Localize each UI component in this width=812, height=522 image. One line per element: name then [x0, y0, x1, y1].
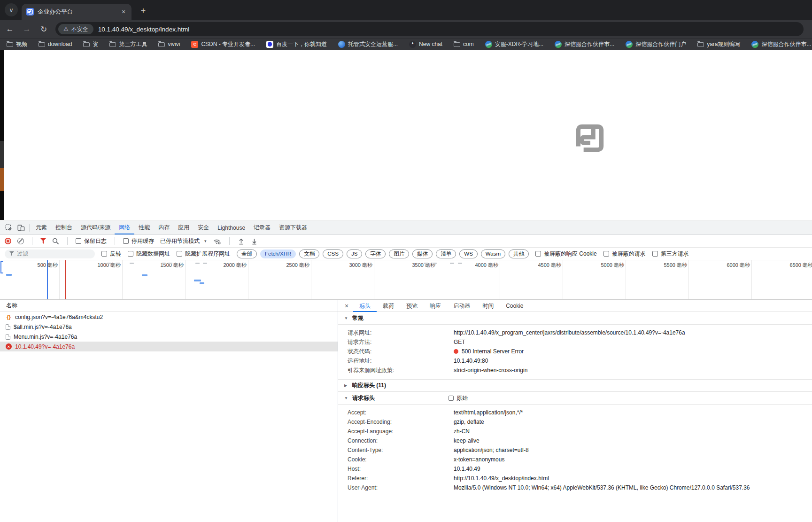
details-tab-标头[interactable]: 标头	[353, 300, 377, 312]
hide-extension-urls-checkbox[interactable]: 隐藏扩展程序网址	[177, 250, 230, 258]
request-row[interactable]: $all.min.js?v=-4a1e76a	[0, 322, 338, 332]
type-filter-pill[interactable]: Wasm	[481, 249, 505, 258]
devtools-tab-资源下载器[interactable]: 资源下载器	[275, 221, 311, 234]
bookmark-item[interactable]: 视频	[7, 40, 27, 48]
type-filter-pill[interactable]: 文档	[299, 249, 319, 258]
filter-input[interactable]: 过滤	[5, 249, 95, 258]
bookmark-item[interactable]: vivivi	[158, 41, 180, 47]
network-overview-timeline[interactable]: 500 毫秒1000 毫秒1500 毫秒2000 毫秒2500 毫秒3000 毫…	[0, 260, 812, 300]
reload-button[interactable]: ↻	[37, 22, 51, 36]
invert-checkbox[interactable]: 反转	[101, 250, 121, 258]
devtools-tab-Lighthouse[interactable]: Lighthouse	[213, 221, 249, 234]
request-table-header[interactable]: 名称	[0, 300, 338, 312]
type-filter-pill[interactable]: 媒体	[412, 249, 433, 258]
type-filter-pill[interactable]: 字体	[365, 249, 386, 258]
security-chip[interactable]: ⚠ 不安全	[58, 24, 93, 34]
folder-icon	[697, 42, 704, 47]
checkbox[interactable]	[123, 238, 129, 244]
details-tab-Cookie[interactable]: Cookie	[500, 300, 529, 312]
url-text[interactable]: 10.1.40.49/x_desktop/index.html	[98, 26, 189, 33]
blocked-cookies-checkbox[interactable]: 被屏蔽的响应 Cookie	[535, 250, 597, 258]
bookmark-item[interactable]: 深信服合作伙伴市...	[751, 40, 811, 48]
type-filter-pill[interactable]: JS	[347, 249, 362, 258]
details-tab-启动器[interactable]: 启动器	[447, 300, 476, 312]
type-filter-pill[interactable]: Fetch/XHR	[260, 249, 296, 258]
disable-cache-checkbox[interactable]: 停用缓存	[123, 237, 154, 245]
device-toolbar-icon[interactable]	[15, 222, 27, 234]
type-filter-pill[interactable]: 图片	[389, 249, 409, 258]
devtools-tab-网络[interactable]: 网络	[115, 221, 134, 234]
checkbox[interactable]	[449, 396, 454, 401]
details-tab-响应[interactable]: 响应	[424, 300, 447, 312]
checkbox[interactable]	[603, 251, 609, 257]
checkbox[interactable]	[177, 251, 182, 257]
request-row[interactable]: {}config.json?v=-4a1e76a&m4ckstu2	[0, 312, 338, 322]
devtools-tab-记录器[interactable]: 记录器	[249, 221, 275, 234]
bookmark-item[interactable]: com	[454, 41, 474, 47]
timeline-selection-handle[interactable]	[0, 261, 3, 273]
name-column-header[interactable]: 名称	[6, 302, 17, 310]
request-row[interactable]: Menu.min.js?v=-4a1e76a	[0, 332, 338, 342]
export-har-icon[interactable]	[251, 238, 258, 245]
checkbox[interactable]	[101, 251, 107, 257]
search-icon[interactable]	[52, 238, 59, 245]
browser-tab-active[interactable]: 企业办公平台 ×	[22, 4, 131, 20]
devtools-tab-安全[interactable]: 安全	[193, 221, 213, 234]
general-section-header[interactable]: ▼ 常规	[338, 312, 812, 325]
bookmark-item[interactable]: 第三方工具	[109, 40, 147, 48]
timeline-activity-mark	[116, 263, 120, 264]
third-party-checkbox[interactable]: 第三方请求	[652, 250, 689, 258]
omnibox[interactable]: ⚠ 不安全 10.1.40.49/x_desktop/index.html	[55, 22, 804, 36]
devtools-tab-内存[interactable]: 内存	[154, 221, 174, 234]
bookmark-item[interactable]: 深信服合作伙伴市...	[555, 40, 614, 48]
blocked-requests-checkbox[interactable]: 被屏蔽的请求	[603, 250, 646, 258]
bookmark-item[interactable]: CCSDN - 专业开发者...	[191, 40, 255, 48]
divider	[32, 237, 32, 245]
raw-headers-checkbox[interactable]: 原始	[449, 394, 468, 402]
network-conditions-icon[interactable]	[213, 237, 221, 245]
details-tab-时间[interactable]: 时间	[476, 300, 500, 312]
filter-icon[interactable]	[40, 238, 46, 244]
type-filter-pill[interactable]: 其他	[509, 249, 529, 258]
bookmark-item[interactable]: 安服-XDR-学习地...	[485, 40, 543, 48]
bookmark-label: 第三方工具	[119, 40, 147, 48]
bookmark-item[interactable]: *New chat	[409, 41, 442, 48]
close-details-icon[interactable]: ×	[338, 302, 353, 310]
details-tab-预览[interactable]: 预览	[400, 300, 424, 312]
tab-close-icon[interactable]: ×	[119, 8, 128, 16]
type-filter-pill[interactable]: CSS	[323, 249, 343, 258]
details-tab-载荷[interactable]: 载荷	[377, 300, 400, 312]
checkbox[interactable]	[535, 251, 541, 257]
back-button[interactable]: ←	[3, 22, 17, 36]
bookmark-item[interactable]: 百度一下，你就知道	[266, 40, 327, 48]
throttling-dropdown[interactable]: 已停用节流模式 ▾	[160, 237, 207, 245]
devtools-tab-源代码/来源[interactable]: 源代码/来源	[77, 221, 115, 234]
devtools-tab-元素[interactable]: 元素	[31, 221, 51, 234]
request-headers-section-header[interactable]: ▼ 请求标头 原始	[338, 392, 812, 405]
preserve-log-checkbox[interactable]: 保留日志	[76, 237, 107, 245]
tab-search-button[interactable]: ∨	[5, 3, 18, 16]
type-filter-pill[interactable]: WS	[459, 249, 478, 258]
bookmark-item[interactable]: 深信服合作伙伴门户	[626, 40, 686, 48]
inspect-element-icon[interactable]	[3, 222, 15, 234]
clear-network-log-icon[interactable]	[17, 238, 24, 244]
type-filter-pill[interactable]: 清单	[436, 249, 456, 258]
response-headers-section-header[interactable]: ▶ 响应标头 (11)	[338, 379, 812, 392]
bookmark-item[interactable]: 托管式安全运营服...	[338, 40, 398, 48]
new-tab-button[interactable]: +	[137, 5, 149, 17]
hide-data-urls-checkbox[interactable]: 隐藏数据网址	[128, 250, 170, 258]
devtools-tab-控制台[interactable]: 控制台	[51, 221, 77, 234]
checkbox[interactable]	[76, 238, 81, 244]
devtools-tab-性能[interactable]: 性能	[134, 221, 154, 234]
checkbox[interactable]	[652, 251, 658, 257]
devtools-tab-应用[interactable]: 应用	[174, 221, 193, 234]
bookmark-item[interactable]: yara规则编写	[697, 40, 740, 48]
checkbox[interactable]	[128, 251, 133, 257]
type-filter-pill[interactable]: 全部	[237, 249, 257, 258]
request-row[interactable]: ×10.1.40.49?v=-4a1e76a	[0, 342, 338, 351]
record-network-log-icon[interactable]	[5, 238, 11, 244]
bookmark-item[interactable]: download	[39, 41, 72, 47]
bookmark-item[interactable]: 资	[83, 40, 98, 48]
forward-button[interactable]: →	[20, 22, 34, 36]
import-har-icon[interactable]	[238, 238, 245, 245]
